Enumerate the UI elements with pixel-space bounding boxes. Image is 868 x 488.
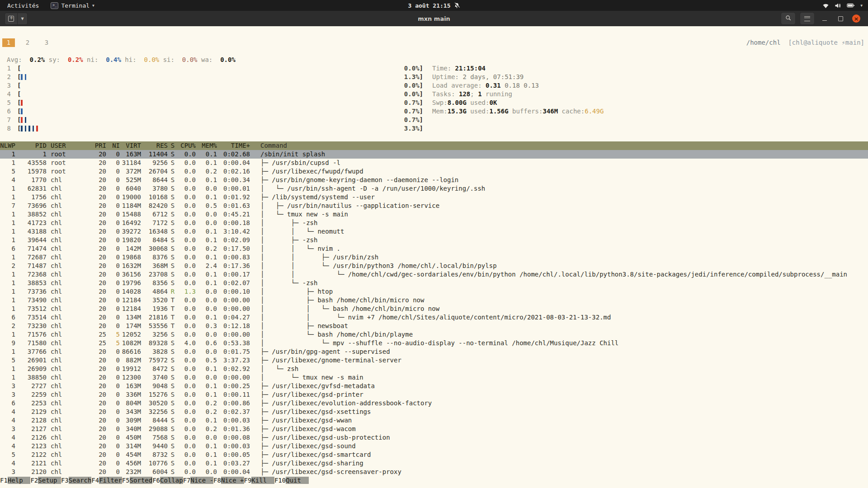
cell-cpu: 0.0	[178, 305, 196, 313]
fkey-f4[interactable]: F4Filter	[91, 476, 122, 485]
process-row[interactable]: 271487chl2001632M368MS0.02.40:17.36│ │ └…	[0, 262, 868, 270]
new-terminal-dropdown[interactable]: ▼	[18, 13, 28, 25]
cell-pid: 72687	[15, 253, 47, 262]
tmux-window-3[interactable]: 3	[40, 38, 53, 47]
process-row[interactable]: 171576chl255120523256S0.00.00:00.00│ └─ …	[0, 330, 868, 339]
process-row[interactable]: 162831chl20060403780S0.00.00:00.01│ └─ /…	[0, 184, 868, 193]
process-row[interactable]: 32120chl200232M6004S0.00.00:00.04├─ /usr…	[0, 468, 868, 476]
process-row[interactable]: 138853chl200197968356S0.00.10:02.07│ └─ …	[0, 279, 868, 287]
app-menu[interactable]: >_ Terminal ▼	[51, 2, 94, 9]
tmux-window-2[interactable]: 2	[21, 38, 34, 47]
process-row[interactable]: 143558root200311849256S0.00.10:00.04├─ /…	[0, 159, 868, 167]
process-row[interactable]: 172687chl200198688376S0.00.10:00.83│ │ ├…	[0, 253, 868, 262]
process-row[interactable]: 671474chl200142M30068S0.00.20:17.50│ │ └…	[0, 244, 868, 253]
cell-user: chl	[47, 236, 78, 244]
process-row[interactable]: 42123chl200314M9440S0.00.10:00.03├─ /usr…	[0, 442, 868, 450]
search-button[interactable]	[781, 12, 796, 25]
fkey-f10[interactable]: F10Quit	[274, 476, 309, 485]
cell-nlwp: 1	[0, 365, 15, 373]
column-header-cpu[interactable]: CPU%	[178, 141, 196, 150]
process-row[interactable]: 673514chl200134M21816T0.00.10:04.27│ │ └…	[0, 313, 868, 322]
fkey-f7[interactable]: F7Nice -	[183, 476, 213, 485]
cell-ni: 0	[106, 184, 120, 193]
process-row[interactable]: 32127chl200340M29088S0.00.20:01.36├─ /us…	[0, 425, 868, 433]
fkey-f3[interactable]: F3Search	[61, 476, 91, 485]
cell-pid: 2259	[15, 390, 47, 399]
process-row[interactable]: 971580chl2551082M89328S4.00.60:53.38│ └─…	[0, 339, 868, 347]
process-row[interactable]: 32259chl200336M15276S0.00.10:00.11├─ /us…	[0, 390, 868, 399]
cell-res: 16348	[141, 227, 168, 236]
fkey-f9[interactable]: F9Kill	[244, 476, 274, 485]
cell-user: chl	[47, 253, 78, 262]
system-status-menu[interactable]: ▼	[822, 3, 868, 9]
cell-command: ├─ /usr/libexec/evolution-addressbook-fa…	[250, 399, 868, 408]
hamburger-icon	[804, 16, 810, 21]
process-row[interactable]: 62253chl200804M30520S0.00.20:00.86├─ /us…	[0, 399, 868, 408]
process-row[interactable]: 41770chl200525M8644S0.00.10:00.34├─ /usr…	[0, 176, 868, 184]
cell-command: ├─ /usr/libexec/fwupd/fwupd	[250, 167, 868, 176]
maximize-button[interactable]	[835, 13, 846, 24]
process-row[interactable]: 273230chl200174M53556T0.00.30:12.18│ ├─ …	[0, 322, 868, 330]
process-row[interactable]: 42121chl200456M10776S0.00.10:03.27├─ /us…	[0, 459, 868, 468]
new-terminal-button[interactable]	[5, 13, 18, 25]
column-header-virt[interactable]: VIRT	[120, 141, 141, 150]
process-row[interactable]: 143188chl2003927216348S0.00.13:10.42│ │ …	[0, 227, 868, 236]
cell-cpu: 0.0	[178, 210, 196, 219]
column-header-mem[interactable]: MEM%	[196, 141, 217, 150]
process-row[interactable]: 11root200163M11404S0.00.10:02.68/sbin/in…	[0, 150, 868, 159]
column-header-res[interactable]: RES	[141, 141, 168, 150]
cell-s: S	[168, 202, 178, 210]
cell-user: chl	[47, 244, 78, 253]
cell-virt: 12184	[120, 296, 141, 305]
process-row[interactable]: 172368chl2003615623708S0.00.10:00.17│ │ …	[0, 270, 868, 279]
fkey-f8[interactable]: F8Nice +	[213, 476, 244, 485]
cell-virt: 174M	[120, 322, 141, 330]
fkey-f6[interactable]: F6Collap	[152, 476, 183, 485]
column-header-nlwp[interactable]: NLWP	[0, 141, 15, 150]
process-row[interactable]: 42128chl200309M8444S0.00.10:00.03├─ /usr…	[0, 416, 868, 425]
process-row[interactable]: 11756chl2001900010168S0.00.10:01.92├─ /l…	[0, 193, 868, 202]
process-row[interactable]: 138850chl200123003740S0.00.00:00.00│ └─ …	[0, 373, 868, 382]
fkey-f1[interactable]: F1Help	[0, 476, 30, 485]
process-row[interactable]: 32727chl200163M9048S0.00.10:00.25├─ /usr…	[0, 382, 868, 390]
cell-pri: 20	[78, 373, 106, 382]
process-row[interactable]: 42129chl200343M32256S0.00.20:02.37├─ /us…	[0, 408, 868, 416]
process-row[interactable]: 139644chl200198208484S0.00.10:02.09│ ├─ …	[0, 236, 868, 244]
process-row[interactable]: 138852chl200154886712S0.00.00:45.21│ └─ …	[0, 210, 868, 219]
column-header-command[interactable]: Command	[250, 141, 868, 150]
process-row[interactable]: 773696chl2001184M82420S0.00.50:01.63│ ├─…	[0, 202, 868, 210]
cell-pri: 20	[78, 270, 106, 279]
column-header-ni[interactable]: NI	[106, 141, 120, 150]
tmux-window-1[interactable]: 1	[2, 38, 15, 47]
column-header-pri[interactable]: PRI	[78, 141, 106, 150]
column-header-s[interactable]: S	[168, 141, 178, 150]
cell-pri: 20	[78, 416, 106, 425]
fkey-f2[interactable]: F2Setup	[30, 476, 61, 485]
column-header-user[interactable]: USER	[47, 141, 78, 150]
terminal-pane[interactable]: 123 /home/chl [chl@aliquote ⚡main] Avg: …	[0, 26, 868, 488]
minimize-button[interactable]	[819, 13, 830, 24]
cell-nlwp: 1	[0, 236, 15, 244]
cell-user: chl	[47, 442, 78, 450]
cell-res: 3520	[141, 296, 168, 305]
process-row[interactable]: 126909chl200199128472S0.00.10:02.92│ └─ …	[0, 365, 868, 373]
cell-mem: 0.1	[196, 313, 217, 322]
process-row[interactable]: 173736chl200140284864R1.30.00:00.10│ ├─ …	[0, 287, 868, 296]
cell-nlwp: 1	[0, 305, 15, 313]
fkey-f5[interactable]: F5Sorted	[122, 476, 152, 485]
cell-mem: 0.1	[196, 279, 217, 287]
process-row[interactable]: 173490chl200121843520T0.00.00:00.00│ ├─ …	[0, 296, 868, 305]
process-row[interactable]: 52122chl200454M8732S0.00.10:00.05├─ /usr…	[0, 450, 868, 459]
process-row[interactable]: 515978root200372M26704S0.00.20:02.16├─ /…	[0, 167, 868, 176]
process-row[interactable]: 526901chl200882M75972S0.00.53:37.23├─ /u…	[0, 356, 868, 365]
process-row[interactable]: 137766chl200866163828S0.00.00:01.75├─ /u…	[0, 347, 868, 356]
clock-menu[interactable]: 3 août 21:15	[408, 2, 460, 9]
column-header-time[interactable]: TIME+	[217, 141, 250, 150]
activities-button[interactable]: Activités	[5, 2, 41, 9]
column-header-pid[interactable]: PID	[15, 141, 47, 150]
process-row[interactable]: 173512chl200121841936T0.00.00:00.00│ │ └…	[0, 305, 868, 313]
process-row[interactable]: 141723chl200164927172S0.00.00:00.18│ ├─ …	[0, 219, 868, 227]
menu-button[interactable]	[800, 12, 815, 25]
close-button[interactable]: ×	[850, 13, 862, 24]
process-row[interactable]: 42126chl200450M7568S0.00.00:00.08├─ /usr…	[0, 433, 868, 442]
